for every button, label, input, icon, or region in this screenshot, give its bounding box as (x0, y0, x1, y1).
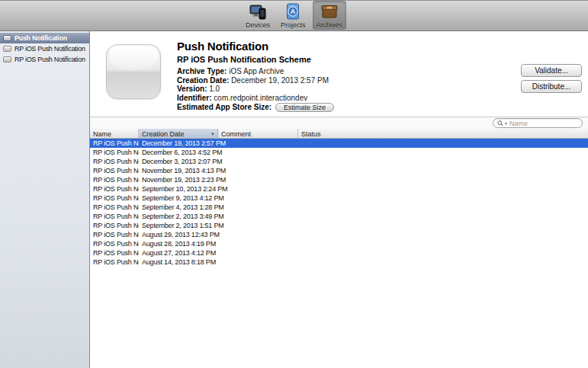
archive-info: Push Notification RP iOS Push Notificati… (177, 40, 334, 112)
search-input[interactable] (509, 119, 578, 127)
cell-creation-date: September 4, 2013 1:28 PM (139, 203, 588, 211)
table-row[interactable]: RP iOS Push Not… September 2, 2013 1:51 … (90, 221, 588, 230)
cell-name: RP iOS Push Not… (90, 185, 139, 193)
cell-creation-date: September 2, 2013 3:49 PM (139, 213, 588, 220)
column-header-status[interactable]: Status (298, 129, 588, 138)
filter-strip: ▼ (90, 117, 588, 129)
column-label: Name (93, 130, 111, 138)
column-header-name[interactable]: Name (90, 129, 139, 138)
svg-text:A: A (291, 8, 296, 15)
table-row[interactable]: RP iOS Push Not… December 3, 2013 2:07 P… (90, 157, 588, 166)
cell-creation-date: September 10, 2013 2:24 PM (139, 185, 588, 193)
cell-name: RP iOS Push Not… (90, 249, 139, 257)
sidebar-item-label: RP iOS Push Notification (14, 56, 85, 63)
archive-type-field: Archive Type: iOS App Archive (177, 67, 334, 76)
cell-name: RP iOS Push Not… (90, 222, 139, 229)
toolbar-tab-label: Devices (246, 21, 270, 29)
cell-name: RP iOS Push Not… (90, 194, 139, 202)
table-row[interactable]: RP iOS Push Not… August 27, 2013 4:12 PM (90, 248, 588, 258)
column-label: Status (301, 130, 321, 138)
field-value: iOS App Archive (229, 67, 284, 75)
archive-scheme-icon (3, 35, 11, 41)
table-row[interactable]: RP iOS Push Not… September 2, 2013 3:49 … (90, 212, 588, 221)
projects-icon: A (283, 2, 303, 21)
table-row[interactable]: RP iOS Push Not… December 19, 2013 2:57 … (90, 139, 588, 148)
field-label: Archive Type: (177, 67, 227, 75)
field-value: December 19, 2013 2:57 PM (231, 76, 329, 85)
table-row[interactable]: RP iOS Push Not… November 19, 2013 4:13 … (90, 166, 588, 175)
field-value: com.redpoint.interactiondev (214, 94, 307, 102)
cell-name: RP iOS Push Not… (90, 139, 139, 147)
toolbar: Devices A Projects (0, 1, 588, 31)
generic-app-icon (106, 44, 161, 99)
column-header-comment[interactable]: Comment (218, 129, 298, 138)
field-label: Creation Date: (177, 76, 229, 85)
cell-name: RP iOS Push Not… (90, 240, 139, 248)
table-row[interactable]: RP iOS Push Not… August 29, 2013 12:43 P… (90, 230, 588, 239)
archive-scheme-icon (3, 56, 11, 62)
archive-scheme-icon (3, 46, 11, 52)
sidebar-item-push-notification[interactable]: Push Notification (0, 33, 89, 43)
toolbar-tab-label: Archives (316, 21, 343, 29)
table-row[interactable]: RP iOS Push Not… September 9, 2013 4:12 … (90, 194, 588, 203)
distribute-button[interactable]: Distribute... (521, 80, 582, 93)
archive-table-header: Name Creation Date▼ Comment Status (90, 129, 588, 139)
column-header-creation-date[interactable]: Creation Date▼ (139, 129, 218, 138)
search-icon[interactable] (497, 120, 503, 126)
sidebar-item-rp-ios-push-notification-2[interactable]: RP iOS Push Notification (0, 54, 89, 65)
cell-creation-date: August 27, 2013 4:12 PM (139, 249, 588, 257)
cell-name: RP iOS Push Not… (90, 258, 139, 266)
cell-creation-date: December 19, 2013 2:57 PM (139, 139, 588, 147)
search-scope-caret-icon[interactable]: ▼ (504, 121, 508, 126)
field-label: Version: (177, 85, 207, 93)
field-label: Identifier: (177, 94, 212, 102)
validate-button[interactable]: Validate... (521, 64, 582, 77)
cell-creation-date: December 3, 2013 2:07 PM (139, 158, 588, 165)
organizer-window: Devices A Projects (0, 0, 588, 368)
toolbar-tab-archives[interactable]: Archives (313, 1, 347, 30)
version-field: Version: 1.0 (177, 85, 334, 94)
cell-creation-date: September 2, 2013 1:51 PM (139, 222, 588, 229)
cell-name: RP iOS Push Not… (90, 213, 139, 220)
sidebar-item-rp-ios-push-notification-1[interactable]: RP iOS Push Notification (0, 43, 89, 54)
sidebar-item-label: RP iOS Push Notification (14, 45, 85, 53)
sidebar-item-label: Push Notification (14, 34, 67, 42)
cell-name: RP iOS Push Not… (90, 149, 139, 156)
toolbar-tab-devices[interactable]: Devices (242, 1, 274, 30)
cell-name: RP iOS Push Not… (90, 203, 139, 211)
cell-creation-date: September 9, 2013 4:12 PM (139, 194, 588, 202)
field-value: 1.0 (209, 85, 220, 93)
estimated-size-field: Estimated App Store Size: Estimate Size (177, 103, 334, 112)
creation-date-field: Creation Date: December 19, 2013 2:57 PM (177, 76, 334, 85)
window-body: Push Notification RP iOS Push Notificati… (0, 31, 588, 368)
cell-name: RP iOS Push Not… (90, 167, 139, 174)
sidebar: Push Notification RP iOS Push Notificati… (0, 31, 90, 368)
archives-icon (320, 2, 339, 21)
archive-subtitle: RP iOS Push Notification Scheme (177, 55, 334, 64)
archive-table-body: RP iOS Push Not… December 19, 2013 2:57 … (90, 139, 588, 368)
table-row[interactable]: RP iOS Push Not… August 28, 2013 4:19 PM (90, 239, 588, 248)
cell-name: RP iOS Push Not… (90, 176, 139, 184)
cell-creation-date: August 29, 2013 12:43 PM (139, 231, 588, 238)
column-label: Creation Date (142, 130, 185, 138)
table-row[interactable]: RP iOS Push Not… December 6, 2013 4:52 P… (90, 148, 588, 157)
column-label: Comment (221, 130, 251, 138)
table-row[interactable]: RP iOS Push Not… September 10, 2013 2:24… (90, 184, 588, 194)
cell-creation-date: August 14, 2013 8:18 PM (139, 258, 588, 266)
table-row[interactable]: RP iOS Push Not… September 4, 2013 1:28 … (90, 203, 588, 212)
table-row[interactable]: RP iOS Push Not… August 14, 2013 8:18 PM (90, 258, 588, 267)
archive-detail-pane: Push Notification RP iOS Push Notificati… (90, 31, 588, 117)
search-field[interactable]: ▼ (493, 118, 583, 128)
cell-creation-date: August 28, 2013 4:19 PM (139, 240, 588, 248)
toolbar-tab-projects[interactable]: A Projects (277, 1, 310, 30)
cell-creation-date: December 6, 2013 4:52 PM (139, 149, 588, 156)
cell-creation-date: November 19, 2013 4:13 PM (139, 167, 588, 174)
archive-title: Push Notification (177, 40, 334, 53)
estimate-size-button[interactable]: Estimate Size (275, 103, 334, 112)
cell-creation-date: November 19, 2013 2:23 PM (139, 176, 588, 184)
toolbar-tab-label: Projects (281, 21, 306, 29)
main-content: Push Notification RP iOS Push Notificati… (90, 31, 588, 368)
cell-name: RP iOS Push Not… (90, 158, 139, 165)
cell-name: RP iOS Push Not… (90, 231, 139, 238)
table-row[interactable]: RP iOS Push Not… November 19, 2013 2:23 … (90, 175, 588, 184)
